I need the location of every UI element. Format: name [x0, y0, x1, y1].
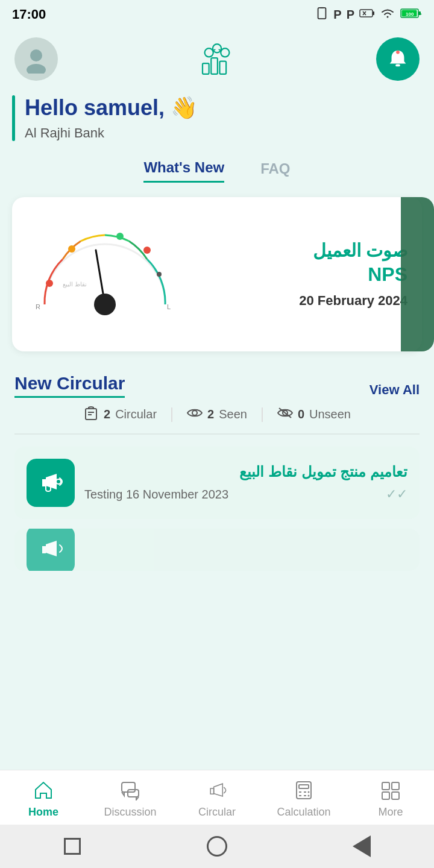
main-tabs: What's New FAQ — [0, 159, 434, 183]
svg-point-21 — [396, 51, 400, 54]
discussion-icon — [119, 780, 141, 802]
circular-title-ar-1: تعاميم منتج تمويل نقاط البيع — [84, 464, 407, 480]
stat-seen: 2 Seen — [187, 406, 247, 423]
stat-circular: 2 Circular — [83, 405, 157, 424]
nav-calculation-label: Calculation — [277, 806, 330, 819]
circular-card-2[interactable] — [14, 529, 420, 571]
svg-point-35 — [192, 410, 197, 415]
card-text: صوت العميل NPS 20 February 2024 — [195, 240, 407, 309]
eye-slash-icon — [277, 406, 293, 423]
svg-text:100: 100 — [406, 11, 414, 17]
svg-rect-16 — [211, 58, 218, 74]
svg-rect-17 — [219, 61, 226, 74]
greeting-block: Hello samuel, 👋 Al Rajhi Bank — [25, 95, 198, 141]
nav-home-label: Home — [28, 806, 58, 819]
svg-rect-52 — [392, 792, 399, 799]
nav-discussion-label: Discussion — [104, 806, 156, 819]
eye-icon — [187, 406, 203, 423]
circular-stats: 2 Circular 2 Seen — [14, 405, 420, 424]
avatar[interactable] — [14, 37, 58, 81]
svg-rect-15 — [203, 63, 209, 74]
svg-point-12 — [205, 48, 213, 57]
card-date: 20 February 2024 — [201, 293, 407, 309]
system-home-button[interactable] — [205, 834, 229, 858]
svg-point-10 — [30, 49, 42, 61]
seen-checkmark-1: ✓✓ — [386, 486, 407, 502]
svg-rect-0 — [318, 7, 326, 18]
greeting-emoji: 👋 — [171, 95, 198, 120]
clipboard-icon — [83, 405, 99, 424]
circular-nav-icon — [206, 780, 228, 802]
svg-text:L: L — [167, 303, 171, 310]
circle-icon — [207, 836, 227, 857]
calculation-icon — [293, 780, 315, 802]
app-header — [0, 29, 434, 95]
svg-point-22 — [46, 280, 53, 287]
new-circular-section: New Circular View All 2 Circular — [0, 373, 434, 571]
svg-rect-51 — [382, 792, 389, 799]
circular-card-1[interactable]: تعاميم منتج تمويل نقاط البيع Testing 16 … — [14, 447, 420, 519]
card-arabic-title: صوت العميل — [201, 240, 407, 261]
svg-point-38 — [56, 479, 61, 484]
svg-rect-20 — [395, 64, 400, 67]
section-header: New Circular View All — [14, 373, 420, 398]
carousel-card[interactable]: نقاط البيع R L صوت العميل NPS 20 Februar… — [12, 197, 422, 351]
nav-more[interactable]: More — [354, 780, 427, 819]
notification-button[interactable] — [376, 37, 420, 81]
bottom-nav: Home Discussion Circular — [0, 770, 434, 825]
system-back-button[interactable] — [350, 834, 374, 858]
circular-card-content-1: تعاميم منتج تمويل نقاط البيع Testing 16 … — [84, 464, 407, 502]
parking-icon-1: P — [333, 8, 341, 22]
view-all-button[interactable]: View All — [370, 382, 420, 398]
svg-point-25 — [143, 247, 151, 254]
svg-text:R: R — [36, 303, 40, 310]
square-icon — [64, 838, 81, 855]
card-subtitle: NPS — [201, 263, 407, 286]
gauge-chart: نقاط البيع R L — [27, 214, 195, 335]
stat-unseen: 0 Unseen — [277, 406, 351, 423]
svg-rect-40 — [128, 790, 139, 797]
svg-point-28 — [94, 294, 116, 315]
system-square-button[interactable] — [60, 834, 84, 858]
carousel-container: نقاط البيع R L صوت العميل NPS 20 Februar… — [0, 197, 434, 351]
tab-whats-new[interactable]: What's New — [143, 159, 224, 183]
stats-underline — [14, 433, 420, 435]
carousel-peek — [401, 197, 434, 351]
battery-full-icon: 100 — [400, 7, 422, 22]
wifi-icon — [380, 7, 395, 22]
circular-card-footer-1: Testing 16 November 2023 ✓✓ — [84, 486, 407, 502]
svg-point-13 — [213, 44, 221, 52]
parking-icon-2: P — [347, 8, 354, 22]
nav-more-label: More — [378, 806, 403, 819]
svg-point-24 — [116, 233, 124, 240]
svg-rect-49 — [382, 782, 389, 790]
section-title: New Circular — [14, 373, 125, 398]
nav-circular[interactable]: Circular — [181, 780, 253, 819]
svg-text:نقاط البيع: نقاط البيع — [63, 281, 87, 288]
battery-x-icon — [359, 8, 375, 22]
svg-rect-2 — [373, 11, 374, 15]
svg-point-11 — [27, 64, 46, 74]
nav-home[interactable]: Home — [7, 780, 80, 819]
nav-calculation[interactable]: Calculation — [268, 780, 340, 819]
svg-rect-1 — [360, 10, 373, 17]
more-icon — [380, 780, 401, 802]
svg-rect-42 — [299, 785, 309, 788]
status-bar: 17:00 P P — [0, 0, 434, 29]
nav-circular-label: Circular — [198, 806, 236, 819]
triangle-icon — [353, 835, 371, 857]
greeting-text: Hello samuel, 👋 — [25, 95, 198, 121]
circular-card-icon-1 — [27, 459, 75, 507]
svg-point-23 — [68, 245, 75, 253]
svg-point-14 — [221, 48, 229, 57]
app-logo — [193, 35, 241, 83]
circular-card-icon-2 — [27, 529, 75, 571]
organization-name: Al Rajhi Bank — [25, 125, 198, 141]
status-time: 17:00 — [12, 7, 46, 22]
home-icon — [33, 780, 54, 802]
circular-date-1: Testing 16 November 2023 — [84, 488, 228, 502]
tab-faq[interactable]: FAQ — [260, 159, 290, 183]
nav-discussion[interactable]: Discussion — [94, 780, 166, 819]
sim-icon — [315, 7, 329, 23]
system-nav-bar — [0, 825, 434, 868]
